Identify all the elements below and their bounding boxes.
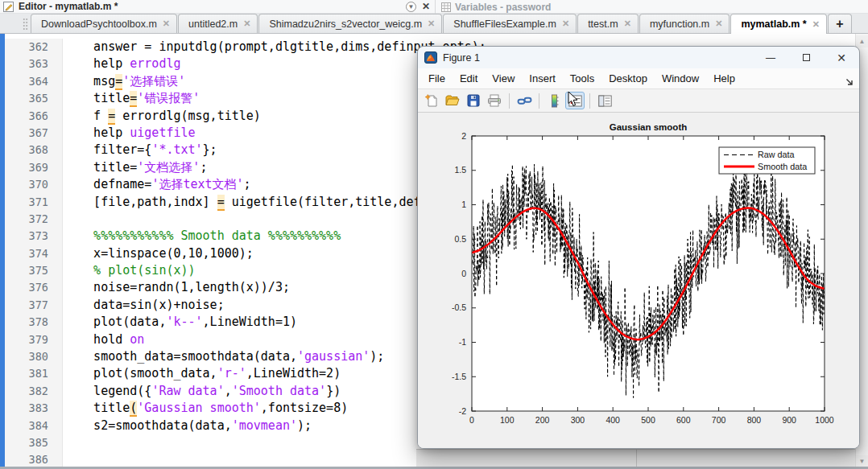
tab-ttest-m[interactable]: ttest.m✕ — [577, 14, 639, 33]
code-text: plot(smooth_data,'r-',LineWidth=2) — [63, 365, 341, 382]
minimize-button[interactable]: — — [753, 47, 788, 68]
line-number: 381 — [5, 365, 63, 382]
tab-shufflefilesexample-m[interactable]: ShuffleFilesExample.m✕ — [443, 14, 577, 33]
matlab-logo-icon — [424, 51, 437, 64]
print-figure-icon[interactable] — [485, 92, 504, 109]
code-text: [file,path,indx] = uigetfile(filter,titl… — [63, 194, 465, 211]
menu-tools[interactable]: Tools — [563, 72, 601, 84]
editor-title: Editor - mymatlab.m * — [19, 1, 118, 12]
menu-insert[interactable]: Insert — [522, 72, 563, 84]
line-number: 364 — [5, 73, 63, 90]
legend-entry-smooth-data: Smooth data — [758, 162, 807, 171]
code-text: plot(data,'k--',LineWidth=1) — [63, 314, 297, 331]
menu-file[interactable]: File — [421, 72, 453, 84]
y-tick-label: 0 — [461, 269, 466, 278]
toolbar-separator — [539, 93, 539, 109]
code-text: filter={'*.txt'}; — [63, 142, 217, 158]
x-tick-label: 700 — [712, 415, 726, 425]
line-number: 374 — [5, 245, 63, 262]
open-file-icon[interactable] — [443, 92, 462, 109]
variables-grid-icon — [441, 2, 451, 12]
scrollbar-up-icon[interactable]: ▲ — [856, 35, 868, 47]
variables-title: Variables - password — [455, 2, 551, 13]
code-text: title('Gaussian smooth',fontsize=8) — [63, 400, 348, 417]
line-number: 367 — [5, 125, 63, 142]
code-text: help errodlg — [63, 56, 181, 72]
tab-label: untitled2.m — [188, 19, 238, 30]
x-tick-label: 100 — [500, 415, 515, 425]
y-tick-label: -1.5 — [452, 372, 466, 381]
line-number: 363 — [5, 56, 63, 72]
code-text: f = errordlg(msg,title) — [63, 108, 261, 125]
x-tick-label: 500 — [641, 415, 655, 425]
code-text: x=linspace(0,10,1000); — [63, 245, 254, 262]
tab-downloadpsychtoolbox-m[interactable]: DownloadPsychtoolbox.m✕ — [31, 14, 177, 33]
tab-label: myfunction.m — [650, 19, 709, 30]
new-tab-button[interactable]: + — [828, 14, 852, 33]
tab-myfunction-m[interactable]: myfunction.m✕ — [639, 14, 730, 33]
x-tick-label: 600 — [676, 415, 691, 425]
tab-shimadzu2nirs-s2vector-weicg-m[interactable]: Shimadzu2nirs_s2vector_weicg.m✕ — [258, 14, 442, 33]
tab-close-icon[interactable]: ✕ — [163, 19, 170, 28]
save-figure-icon[interactable] — [464, 92, 483, 109]
code-text: help uigetfile — [63, 125, 196, 142]
line-number: 379 — [5, 331, 63, 348]
line-number: 373 — [5, 228, 63, 245]
figure-window[interactable]: Figure 1 — ✕ FileEditViewInsertToolsDesk… — [417, 46, 860, 449]
x-tick-label: 200 — [535, 415, 550, 425]
maximize-button[interactable] — [788, 47, 824, 68]
tab-mymatlab-m-[interactable]: mymatlab.m *✕ — [730, 14, 827, 34]
x-tick-label: 300 — [571, 415, 585, 425]
tab-grip-handle[interactable] — [23, 18, 28, 30]
y-tick-label: -0.5 — [452, 302, 466, 312]
x-tick-label: 900 — [782, 415, 796, 425]
menu-help[interactable]: Help — [706, 72, 742, 84]
mouse-cursor — [568, 92, 579, 111]
y-tick-label: -2 — [459, 406, 466, 416]
figure-canvas: 01002003004005006007008009001000-2-1.5-1… — [418, 113, 859, 448]
menu-view[interactable]: View — [485, 72, 522, 84]
close-button[interactable]: ✕ — [824, 47, 859, 68]
scrollbar-down-icon[interactable]: ▼ — [856, 455, 868, 467]
line-number: 366 — [5, 108, 63, 125]
code-text: defname='选择text文档'; — [63, 176, 251, 193]
insert-colorbar-icon[interactable] — [544, 92, 564, 109]
menu-edit[interactable]: Edit — [453, 72, 485, 84]
code-text: title='错误报警' — [63, 90, 200, 107]
line-number: 380 — [5, 348, 63, 365]
tab-close-icon[interactable]: ✕ — [812, 20, 820, 29]
menu-window[interactable]: Window — [655, 72, 706, 84]
plot-axes[interactable]: 01002003004005006007008009001000-2-1.5-1… — [418, 113, 859, 448]
new-figure-icon[interactable] — [422, 92, 441, 109]
editor-pencil-icon — [3, 2, 14, 12]
link-plot-icon[interactable] — [515, 92, 534, 109]
tab-untitled2-m[interactable]: untitled2.m✕ — [178, 14, 258, 33]
tab-close-icon[interactable]: ✕ — [715, 19, 722, 28]
line-number: 375 — [5, 262, 63, 279]
code-text: %%%%%%%%%%% Smooth data %%%%%%%%%% — [63, 228, 341, 245]
tab-label: ttest.m — [588, 19, 618, 30]
editor-title-strip: Editor - mymatlab.m * ▼ ✕ Variables - pa… — [0, 0, 868, 14]
code-text: legend({'Raw data','Smooth data'}) — [63, 383, 341, 400]
editor-left-indicator-bar — [0, 34, 5, 469]
panel-menu-icon[interactable]: ▼ — [406, 2, 416, 12]
line-number: 385 — [5, 434, 63, 451]
tab-close-icon[interactable]: ✕ — [243, 19, 250, 28]
tab-close-icon[interactable]: ✕ — [562, 19, 569, 28]
figure-titlebar[interactable]: Figure 1 — ✕ — [418, 47, 859, 68]
line-number: 365 — [5, 90, 63, 107]
line-number: 370 — [5, 176, 63, 193]
tab-close-icon[interactable]: ✕ — [428, 19, 435, 28]
code-text: noise=randn(1,length(x))/3; — [63, 279, 290, 296]
menu-overflow-icon[interactable] — [845, 75, 854, 89]
y-tick-label: 0.5 — [454, 234, 466, 244]
tab-label: DownloadPsychtoolbox.m — [41, 19, 157, 30]
tab-close-icon[interactable]: ✕ — [624, 19, 631, 28]
property-inspector-icon[interactable] — [595, 92, 614, 109]
editor-close-icon[interactable]: ✕ — [422, 2, 430, 12]
editor-tab-bar: DownloadPsychtoolbox.m✕untitled2.m✕Shima… — [0, 14, 868, 34]
y-tick-label: -1 — [459, 337, 466, 347]
panel-divider — [435, 0, 436, 14]
figure-window-title: Figure 1 — [443, 52, 753, 64]
menu-desktop[interactable]: Desktop — [601, 72, 655, 84]
